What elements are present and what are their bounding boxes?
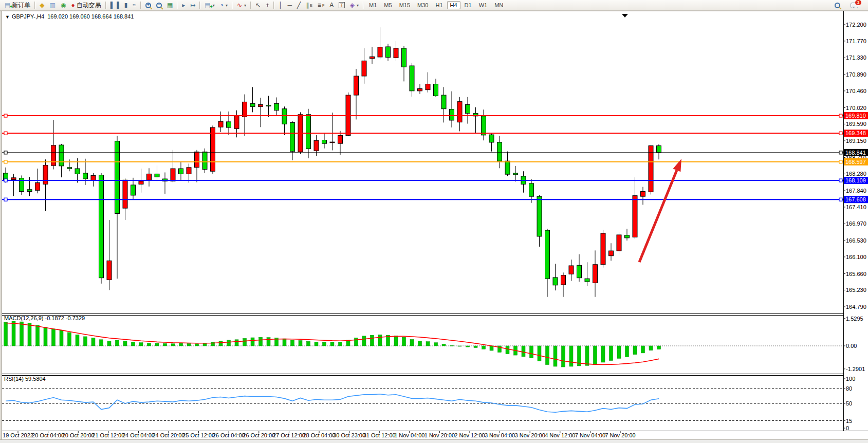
- chevron-down-icon[interactable]: ▾: [357, 3, 359, 8]
- market-watch-button[interactable]: ▥: [47, 0, 58, 11]
- new-order-button[interactable]: ▤+新订单: [2, 0, 33, 11]
- chart-canvas[interactable]: 172.200171.770171.330170.890170.460170.0…: [0, 11, 868, 443]
- chart-dropdown-arrow[interactable]: ▼: [5, 14, 10, 20]
- channel-button[interactable]: ∥E: [303, 0, 315, 11]
- crosshair-button[interactable]: +: [263, 0, 272, 11]
- svg-text:0.00: 0.00: [846, 343, 857, 349]
- svg-text:7 Nov 20:00: 7 Nov 20:00: [605, 432, 635, 438]
- timeframe-button-m1[interactable]: M1: [366, 1, 380, 9]
- line-chart-icon: ≈: [133, 2, 136, 8]
- chevron-down-icon[interactable]: ▾: [226, 3, 228, 8]
- new-chart-button[interactable]: ▤+▾: [202, 0, 217, 11]
- text-label-button[interactable]: T: [336, 0, 347, 11]
- rsi-indicator-label: RSI(14) 59.5804: [4, 376, 46, 382]
- period-button[interactable]: ◔▾: [217, 0, 230, 11]
- svg-text:15: 15: [846, 418, 852, 424]
- toolbar-separator: [232, 2, 233, 9]
- chart-shift-button[interactable]: ↦: [188, 0, 198, 11]
- chat-button[interactable]: 1: [848, 0, 861, 11]
- toolbar-separator: [273, 2, 274, 9]
- svg-text:170.020: 170.020: [846, 105, 866, 111]
- svg-text:165.660: 165.660: [846, 271, 866, 277]
- svg-text:170.460: 170.460: [846, 88, 866, 94]
- market-watch-icon: ▥: [50, 2, 56, 8]
- svg-text:25 Oct 12:00: 25 Oct 12:00: [182, 432, 215, 438]
- svg-text:167.608: 167.608: [845, 196, 866, 202]
- horizontal-line-icon: ─: [288, 2, 292, 8]
- chart-shift-icon: ↦: [190, 2, 195, 8]
- trendline-button[interactable]: ╱: [294, 0, 303, 11]
- rsi-value: 59.5804: [25, 376, 46, 382]
- toolbar-separator: [250, 2, 251, 9]
- svg-text:20 Oct 20:00: 20 Oct 20:00: [62, 432, 95, 438]
- timeframe-button-d1[interactable]: D1: [461, 1, 475, 9]
- svg-text:166.970: 166.970: [846, 220, 866, 227]
- svg-text:24 Oct 20:00: 24 Oct 20:00: [153, 432, 185, 438]
- auto-scroll-button[interactable]: ▸: [179, 0, 188, 11]
- vertical-line-button[interactable]: │: [276, 0, 285, 11]
- tile-windows-button[interactable]: ▦: [164, 0, 175, 11]
- tile-windows-icon: ▦: [167, 2, 173, 8]
- svg-text:166.100: 166.100: [846, 254, 866, 260]
- plus-overlay-icon: +: [10, 4, 12, 10]
- svg-text:169.150: 169.150: [846, 138, 866, 144]
- trendline-icon: ╱: [297, 2, 301, 8]
- svg-text:1 Nov 04:00: 1 Nov 04:00: [394, 432, 424, 438]
- candlestick-button[interactable]: ▮: [122, 0, 131, 11]
- timeframe-button-h4[interactable]: H4: [447, 1, 460, 9]
- timeframe-button-m30[interactable]: M30: [414, 1, 431, 9]
- timeframe-button-w1[interactable]: W1: [476, 1, 491, 9]
- zoom-in-button[interactable]: +: [143, 0, 154, 11]
- cursor-icon: ↖: [255, 2, 261, 8]
- horizontal-line-button[interactable]: ─: [285, 0, 295, 11]
- line-chart-button[interactable]: ≈: [130, 0, 139, 11]
- styler-icon: ◆: [40, 2, 44, 8]
- new-order-icon: ▤+: [5, 2, 10, 8]
- svg-text:168.109: 168.109: [845, 177, 866, 183]
- toolbar-separator: [34, 2, 35, 9]
- svg-text:1.5295: 1.5295: [846, 316, 863, 322]
- plus-overlay-icon: +: [210, 4, 212, 10]
- zoom-in-icon: +: [145, 3, 151, 8]
- indicators-icon: ∿: [237, 2, 242, 8]
- toolbar-right-group: 1: [832, 0, 868, 11]
- shapes-button[interactable]: ◈▾: [347, 0, 361, 11]
- text-button[interactable]: A: [327, 0, 336, 11]
- auto-trading-button[interactable]: ●自动交易: [68, 0, 103, 11]
- search-button[interactable]: [832, 0, 843, 11]
- svg-text:167.410: 167.410: [846, 204, 866, 210]
- timeframe-button-m5[interactable]: M5: [381, 1, 395, 9]
- bar-chart-button[interactable]: ▌▐: [108, 0, 122, 11]
- svg-text:169.590: 169.590: [846, 121, 866, 127]
- auto-trading-button-label: 自动交易: [77, 1, 101, 10]
- svg-text:166.530: 166.530: [846, 237, 866, 244]
- fibonacci-icon: ≡: [318, 2, 321, 8]
- svg-text:26 Oct 20:00: 26 Oct 20:00: [243, 432, 275, 438]
- toolbar-separator: [363, 2, 364, 9]
- timeframe-button-m15[interactable]: M15: [396, 1, 413, 9]
- svg-text:1 Nov 20:00: 1 Nov 20:00: [424, 432, 455, 438]
- zoom-out-button[interactable]: −: [154, 0, 164, 11]
- main-toolbar: ▤+新订单◆▥◉●自动交易▌▐▮≈+−▦▸↦▤+▾◔▾∿▾↖+│─╱∥E≡FAT…: [0, 0, 868, 11]
- chevron-down-icon[interactable]: ▾: [213, 3, 215, 8]
- icon-letter: F: [322, 4, 324, 7]
- timeframe-button-mn[interactable]: MN: [491, 1, 506, 9]
- styler-button[interactable]: ◆: [37, 0, 47, 11]
- toolbar-separator: [140, 2, 141, 9]
- svg-text:171.770: 171.770: [846, 38, 866, 44]
- svg-text:3 Nov 20:00: 3 Nov 20:00: [515, 432, 545, 438]
- bar-chart-icon: ▌▐: [110, 2, 119, 8]
- svg-text:165.230: 165.230: [846, 287, 866, 293]
- cursor-button[interactable]: ↖: [253, 0, 263, 11]
- chevron-down-icon[interactable]: ▾: [244, 3, 246, 8]
- signals-button[interactable]: ◉: [58, 0, 68, 11]
- text-icon: A: [329, 2, 334, 8]
- indicators-button[interactable]: ∿▾: [234, 0, 249, 11]
- new-order-button-label: 新订单: [12, 1, 30, 10]
- toolbar-separator: [177, 2, 178, 9]
- timeframe-button-h1[interactable]: H1: [432, 1, 446, 9]
- chart-symbol-period: GBPJPY-,H4: [12, 13, 44, 20]
- fibonacci-button[interactable]: ≡F: [315, 0, 327, 11]
- auto-trading-icon: ●: [71, 2, 75, 8]
- svg-text:167.840: 167.840: [846, 188, 866, 194]
